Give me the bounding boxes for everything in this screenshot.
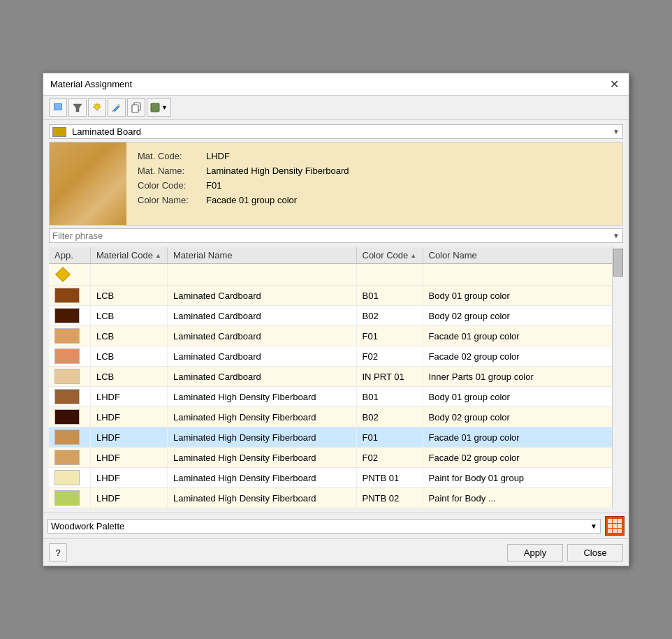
close-button[interactable]: ✕ — [607, 78, 622, 91]
td-mat-name: Laminated High Density Fiberboard — [168, 448, 357, 467]
table-row[interactable]: LCBLaminated CardboardF02Facade 02 group… — [49, 346, 612, 367]
material-select-name: Laminated Board — [72, 126, 610, 137]
content-area: Laminated Board ▼ Mat. Code: LHDF Mat. N… — [43, 120, 629, 513]
td-color-code: B02 — [357, 407, 423, 427]
apply-button[interactable]: Apply — [507, 544, 563, 561]
view-dropdown[interactable]: ▼ — [147, 98, 171, 117]
material-info: Mat. Code: LHDF Mat. Name: Laminated Hig… — [126, 142, 360, 225]
close-dialog-button[interactable]: Close — [567, 544, 623, 561]
material-assignment-dialog: Material Assignment ✕ — [43, 73, 629, 566]
title-bar: Material Assignment ✕ — [43, 73, 629, 96]
td-swatch — [49, 367, 91, 386]
td-color-name: Paint for Body 01 group — [423, 468, 613, 487]
td-color-name: Facade 02 group color — [423, 346, 613, 366]
color-code-label: Color Code: — [138, 180, 200, 191]
material-preview-panel: Mat. Code: LHDF Mat. Name: Laminated Hig… — [49, 142, 623, 226]
filter-row[interactable]: ▼ — [49, 228, 623, 243]
material-table: App. Material Code ▲ Material Name Color… — [49, 247, 623, 508]
td-color-code: F01 — [357, 326, 423, 346]
palette-select-arrow: ▼ — [590, 522, 597, 530]
mat-code-value: LHDF — [206, 151, 230, 161]
color-name-value: Facade 01 group color — [206, 195, 297, 205]
table-row[interactable]: LCBLaminated CardboardB01Body 01 group c… — [49, 286, 612, 306]
palette-select[interactable]: Woodwork Palette ▼ — [48, 519, 601, 534]
sort-arrow-color-code: ▲ — [410, 252, 416, 259]
table-row[interactable] — [49, 264, 612, 286]
td-mat-code: LCB — [91, 306, 168, 325]
td-color-code: F01 — [357, 427, 423, 447]
table-row[interactable]: LHDFLaminated High Density FiberboardF02… — [49, 448, 612, 468]
help-button[interactable]: ? — [49, 543, 67, 561]
td-color-name: Body 01 group color — [423, 286, 613, 305]
copy-tool-button[interactable] — [127, 98, 145, 117]
table-row[interactable]: LHDFLaminated High Density FiberboardPNT… — [49, 488, 612, 508]
view-icon — [150, 103, 160, 112]
color-swatch — [54, 328, 80, 344]
light-icon — [92, 102, 103, 113]
scrollbar[interactable] — [612, 247, 623, 508]
td-color-name: Facade 01 group color — [423, 427, 613, 447]
td-swatch — [49, 346, 91, 366]
color-swatch — [54, 288, 80, 303]
table-rows-container: LCBLaminated CardboardB01Body 01 group c… — [49, 286, 612, 508]
select-icon — [52, 102, 64, 113]
td-mat-name: Laminated High Density Fiberboard — [168, 468, 357, 487]
svg-rect-12 — [132, 105, 138, 112]
td-color-name: Paint for Body ... — [423, 488, 613, 508]
svg-rect-1 — [54, 104, 61, 110]
table-inner: App. Material Code ▲ Material Name Color… — [49, 247, 612, 508]
td-mat-name: Laminated High Density Fiberboard — [168, 427, 357, 447]
material-preview-swatch — [50, 142, 126, 225]
copy-icon — [131, 102, 142, 113]
td-color-code: PNTB 01 — [357, 468, 423, 487]
td-color-code-0 — [357, 264, 423, 285]
filter-tool-button[interactable] — [68, 98, 87, 117]
svg-point-3 — [95, 105, 100, 110]
td-swatch — [49, 448, 91, 467]
td-mat-name: Laminated High Density Fiberboard — [168, 407, 357, 427]
color-swatch — [54, 490, 80, 506]
table-row[interactable]: LCBLaminated CardboardB02Body 02 group c… — [49, 306, 612, 326]
color-swatch — [54, 369, 80, 384]
filter-input[interactable] — [52, 230, 613, 241]
td-color-name: Body 02 group color — [423, 407, 613, 427]
edit-tool-button[interactable] — [108, 98, 126, 117]
table-row[interactable]: LCBLaminated CardboardF01Facade 01 group… — [49, 326, 612, 346]
svg-marker-14 — [56, 267, 70, 281]
td-swatch — [49, 468, 91, 487]
td-mat-code-0 — [91, 264, 168, 285]
select-tool-button[interactable] — [49, 98, 67, 117]
svg-line-10 — [112, 110, 113, 112]
color-swatch — [54, 308, 80, 323]
svg-rect-13 — [151, 103, 159, 112]
td-color-name: Inner Parts 01 group color — [423, 367, 613, 386]
palette-row: Woodwork Palette ▼ — [43, 513, 629, 538]
table-row[interactable]: LHDFLaminated High Density FiberboardB01… — [49, 387, 612, 407]
dropdown-arrow: ▼ — [161, 104, 168, 111]
td-mat-code: LCB — [91, 286, 168, 305]
mat-code-label: Mat. Code: — [138, 151, 200, 161]
td-color-name: Body 01 group color — [423, 387, 613, 406]
mat-code-row: Mat. Code: LHDF — [138, 151, 349, 161]
scrollbar-thumb[interactable] — [613, 249, 623, 277]
color-swatch — [54, 389, 80, 404]
td-mat-name: Laminated Cardboard — [168, 346, 357, 366]
td-mat-code: LCB — [91, 367, 168, 386]
td-mat-code: LHDF — [91, 488, 168, 508]
toolbar: ▼ — [43, 96, 629, 120]
td-swatch — [49, 306, 91, 325]
palette-grid-button[interactable] — [605, 516, 624, 536]
td-color-name: Facade 01 group color — [423, 326, 613, 346]
svg-line-6 — [99, 104, 100, 105]
material-select[interactable]: Laminated Board ▼ — [49, 124, 623, 139]
table-row[interactable]: LHDFLaminated High Density FiberboardF01… — [49, 427, 612, 448]
table-row[interactable]: LHDFLaminated High Density FiberboardB02… — [49, 407, 612, 427]
light-tool-button[interactable] — [88, 98, 106, 117]
table-row[interactable]: LHDFLaminated High Density FiberboardPNT… — [49, 468, 612, 488]
table-row[interactable]: LCBLaminated CardboardIN PRT 01Inner Par… — [49, 367, 612, 387]
td-mat-name: Laminated High Density Fiberboard — [168, 387, 357, 406]
td-swatch — [49, 326, 91, 346]
color-swatch — [54, 470, 80, 485]
th-mat-name: Material Name — [168, 247, 357, 263]
color-swatch — [54, 348, 80, 364]
